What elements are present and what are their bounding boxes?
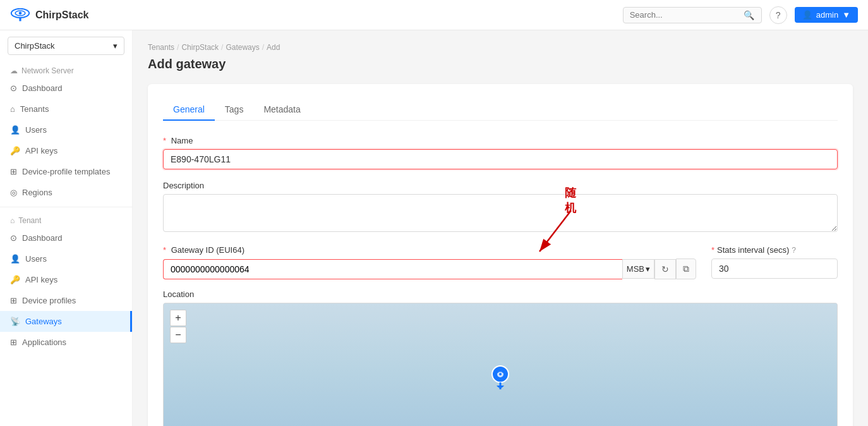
zoom-in-button[interactable]: + xyxy=(170,310,186,326)
pin-icon xyxy=(491,365,510,391)
tenants-icon: ⌂ xyxy=(10,104,15,114)
dashboard-icon: ⊙ xyxy=(10,83,17,93)
search-box: 🔍 xyxy=(623,7,762,23)
breadcrumb-gateways[interactable]: Gateways xyxy=(226,43,259,52)
sidebar-item-label: Device-profile templates xyxy=(22,167,110,176)
sidebar-item-label: Users xyxy=(25,125,47,135)
description-label: Description xyxy=(163,181,838,190)
sidebar-item-gateways[interactable]: 📡 Gateways xyxy=(0,311,132,332)
users-icon: 👤 xyxy=(10,125,20,135)
network-server-section-label: ☁ Network Server xyxy=(0,61,132,78)
sidebar: ChirpStack ▾ ☁ Network Server ⊙ Dashboar… xyxy=(0,30,133,426)
search-input[interactable] xyxy=(630,10,744,20)
device-profiles-icon: ⊞ xyxy=(10,167,17,176)
sidebar-item-label: Regions xyxy=(22,188,52,197)
stats-col: * Stats interval (secs) ? xyxy=(711,245,838,279)
navbar: ChirpStack 🔍 ? 👤 admin ▼ xyxy=(0,0,868,30)
svg-point-8 xyxy=(499,373,502,375)
sidebar-divider xyxy=(0,207,132,207)
sidebar-item-users-ns[interactable]: 👤 Users xyxy=(0,119,132,140)
breadcrumb-sep-2: / xyxy=(221,43,223,52)
tenant-select[interactable]: ChirpStack ▾ xyxy=(8,37,124,55)
map-zoom-controls: + − xyxy=(170,310,186,343)
sidebar-item-device-profiles[interactable]: ⊞ Device profiles xyxy=(0,290,132,311)
sidebar-item-label: API keys xyxy=(25,146,57,155)
breadcrumb-sep-3: / xyxy=(262,43,264,52)
stats-interval-input[interactable] xyxy=(711,259,838,279)
map-pin xyxy=(491,365,510,396)
device-profiles-tenant-icon: ⊞ xyxy=(10,296,17,305)
logo-text: ChirpStack xyxy=(35,9,88,21)
sidebar-item-label: Dashboard xyxy=(22,83,63,93)
gateway-id-input[interactable] xyxy=(163,259,622,279)
breadcrumb-tenants[interactable]: Tenants xyxy=(148,43,174,52)
tenant-section-label: ⌂ Tenant xyxy=(0,211,132,228)
admin-menu-button[interactable]: 👤 admin ▼ xyxy=(795,7,858,23)
tenant-select-arrow: ▾ xyxy=(113,41,118,51)
sidebar-item-api-keys-tenant[interactable]: 🔑 API keys xyxy=(0,269,132,290)
api-keys-icon: 🔑 xyxy=(10,146,20,155)
help-button[interactable]: ? xyxy=(769,6,787,24)
gateway-id-input-group: MSB ▾ ↻ ⧉ xyxy=(163,259,696,279)
regions-icon: ◎ xyxy=(10,188,17,197)
description-field-group: Description xyxy=(163,181,838,234)
description-textarea[interactable] xyxy=(163,194,838,232)
tab-tags[interactable]: Tags xyxy=(215,99,254,121)
sidebar-item-device-profile-templates[interactable]: ⊞ Device-profile templates xyxy=(0,161,132,182)
sidebar-item-label: Tenants xyxy=(20,104,49,114)
gateway-id-label: * Gateway ID (EUI64) xyxy=(163,245,696,255)
stats-label: * Stats interval (secs) ? xyxy=(711,245,838,255)
network-server-icon: ☁ xyxy=(10,66,18,75)
svg-point-2 xyxy=(19,11,22,15)
layout: ChirpStack ▾ ☁ Network Server ⊙ Dashboar… xyxy=(0,30,868,426)
api-keys-tenant-icon: 🔑 xyxy=(10,275,20,284)
navbar-right: 🔍 ? 👤 admin ▼ xyxy=(623,6,858,24)
admin-label: admin xyxy=(816,10,838,20)
sidebar-item-users-tenant[interactable]: 👤 Users xyxy=(0,248,132,269)
sidebar-item-label: Device profiles xyxy=(22,296,76,305)
admin-chevron-icon: ▼ xyxy=(842,10,850,20)
sidebar-item-label: API keys xyxy=(25,275,57,284)
sidebar-item-tenants[interactable]: ⌂ Tenants xyxy=(0,99,132,119)
breadcrumb: Tenants / ChirpStack / Gateways / Add xyxy=(148,43,853,52)
zoom-out-button[interactable]: − xyxy=(170,327,186,343)
sidebar-item-applications[interactable]: ⊞ Applications xyxy=(0,332,132,353)
msb-select[interactable]: MSB ▾ xyxy=(622,259,654,279)
tab-general[interactable]: General xyxy=(163,99,215,121)
stats-help-icon[interactable]: ? xyxy=(792,246,796,255)
name-field-group: * Name xyxy=(163,136,838,169)
sidebar-item-dashboard-tenant[interactable]: ⊙ Dashboard xyxy=(0,228,132,248)
sidebar-item-label: Dashboard xyxy=(22,233,63,243)
page-title: Add gateway xyxy=(148,57,853,71)
breadcrumb-chirpstack[interactable]: ChirpStack xyxy=(181,43,219,52)
refresh-button[interactable]: ↻ xyxy=(654,259,676,279)
admin-icon: 👤 xyxy=(802,10,812,20)
breadcrumb-add: Add xyxy=(267,43,280,52)
tab-metadata[interactable]: Metadata xyxy=(253,99,310,121)
sidebar-item-regions[interactable]: ◎ Regions xyxy=(0,182,132,203)
sidebar-item-label: Users xyxy=(25,254,47,264)
tenant-select-label: ChirpStack xyxy=(15,41,55,51)
name-input[interactable] xyxy=(163,149,838,169)
sidebar-item-api-keys-ns[interactable]: 🔑 API keys xyxy=(0,140,132,161)
name-label: * Name xyxy=(163,136,838,145)
sidebar-item-dashboard-ns[interactable]: ⊙ Dashboard xyxy=(0,78,132,99)
location-field-group: Location + − xyxy=(163,289,838,426)
name-required: * xyxy=(163,136,166,145)
breadcrumb-sep-1: / xyxy=(177,43,179,52)
svg-rect-3 xyxy=(19,17,21,21)
gateway-stats-row: * Gateway ID (EUI64) MSB ▾ ↻ ⧉ xyxy=(163,245,838,279)
main-card: General Tags Metadata * Name Description xyxy=(148,84,853,426)
search-icon[interactable]: 🔍 xyxy=(744,10,754,20)
gateway-id-col: * Gateway ID (EUI64) MSB ▾ ↻ ⧉ xyxy=(163,245,696,279)
applications-icon: ⊞ xyxy=(10,338,17,347)
map-container[interactable]: + − xyxy=(163,303,838,426)
dashboard-tenant-icon: ⊙ xyxy=(10,233,17,243)
sidebar-item-label: Applications xyxy=(22,338,66,347)
copy-button[interactable]: ⧉ xyxy=(676,259,696,279)
users-tenant-icon: 👤 xyxy=(10,254,20,264)
sidebar-item-label: Gateways xyxy=(25,317,62,326)
navbar-left: ChirpStack xyxy=(10,8,88,22)
location-label: Location xyxy=(163,289,838,299)
logo-icon xyxy=(10,8,30,22)
